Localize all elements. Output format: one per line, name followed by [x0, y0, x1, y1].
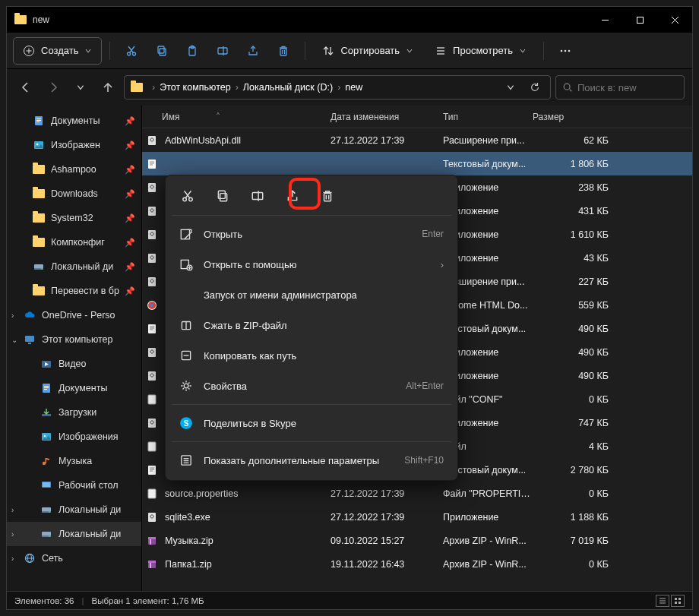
expand-icon[interactable]: › — [11, 530, 14, 539]
file-icon — [145, 369, 159, 383]
ctx-run-admin[interactable]: Запуск от имени администратора — [170, 280, 453, 310]
rename-button[interactable] — [209, 37, 236, 65]
svg-rect-46 — [44, 386, 49, 387]
ctx-open-with[interactable]: Открыть с помощью › — [170, 249, 453, 280]
paste-button[interactable] — [179, 37, 206, 65]
more-button[interactable] — [552, 37, 579, 65]
icons-view-button[interactable] — [671, 595, 685, 607]
ctx-zip[interactable]: Сжать в ZIP-файл — [170, 310, 453, 340]
svg-rect-35 — [36, 122, 40, 122]
sidebar-item[interactable]: Видео — [7, 352, 141, 376]
ctx-share-button[interactable] — [280, 183, 305, 209]
table-row[interactable]: Папка1.zip 19.11.2022 16:43 Архив ZIP - … — [142, 552, 692, 576]
file-date: 27.12.2022 17:39 — [331, 512, 443, 523]
sidebar-item[interactable]: Ashampoo📌 — [7, 157, 141, 182]
ctx-zip-label: Сжать в ZIP-файл — [204, 320, 287, 331]
crumb-drive[interactable]: Локальный диск (D:) — [243, 82, 333, 93]
view-toggle — [656, 595, 685, 607]
sidebar-item[interactable]: Downloads📌 — [7, 182, 141, 206]
sidebar-item[interactable]: System32📌 — [7, 206, 141, 230]
ctx-more-options[interactable]: Показать дополнительные параметры Shift+… — [170, 445, 453, 475]
ctx-delete-button[interactable] — [315, 183, 340, 209]
file-icon — [145, 416, 159, 430]
sidebar-item[interactable]: Изображен📌 — [7, 133, 141, 157]
table-row[interactable]: source.properties 27.12.2022 17:39 Файл … — [142, 482, 692, 505]
refresh-button[interactable] — [524, 77, 546, 98]
sidebar-item[interactable]: ›Сеть — [7, 546, 141, 570]
crumb-root[interactable]: Этот компьютер — [160, 82, 230, 93]
open-icon — [179, 227, 193, 241]
cut-button[interactable] — [118, 37, 145, 65]
ctx-copy-button[interactable] — [210, 183, 236, 209]
sidebar-item[interactable]: Документы — [7, 376, 141, 400]
maximize-button[interactable] — [622, 7, 657, 33]
back-button[interactable] — [14, 76, 37, 99]
file-icon — [145, 157, 159, 171]
context-menu: Открыть Enter Открыть с помощью › Запуск… — [165, 175, 458, 481]
close-button[interactable] — [657, 7, 692, 33]
ctx-props-shortcut: Alt+Enter — [406, 381, 444, 391]
sidebar-item[interactable]: Изображения — [7, 425, 141, 449]
svg-rect-113 — [678, 598, 681, 600]
sidebar-item[interactable]: ›Локальный ди — [7, 498, 141, 522]
sidebar-item[interactable]: Музыка — [7, 449, 141, 473]
sidebar-item[interactable]: Перевести в бр📌 — [7, 279, 141, 303]
delete-button[interactable] — [270, 37, 297, 65]
ctx-skype[interactable]: S Поделиться в Skype — [170, 408, 453, 438]
history-dropdown-button[interactable] — [69, 76, 92, 99]
share-button[interactable] — [239, 37, 267, 65]
sidebar-item-label: Локальный ди — [59, 504, 121, 515]
sidebar-item[interactable]: Локальный ди📌 — [7, 254, 141, 279]
expand-icon[interactable]: › — [11, 554, 14, 563]
sidebar-item-label: Документы — [59, 383, 107, 393]
ctx-properties[interactable]: Свойства Alt+Enter — [170, 371, 453, 401]
view-button[interactable]: Просмотреть — [425, 37, 536, 65]
table-row[interactable]: AdbWinUsbApi.dll 27.12.2022 17:39 Расшир… — [142, 128, 692, 152]
svg-rect-120 — [220, 194, 227, 201]
col-name[interactable]: Имя˄ — [142, 112, 331, 122]
sort-button[interactable]: Сортировать — [313, 37, 422, 65]
table-row[interactable]: Текстовый докум... 1 806 КБ — [142, 152, 692, 175]
col-size[interactable]: Размер — [533, 112, 692, 122]
expand-icon[interactable]: ⌄ — [11, 336, 17, 344]
address-dropdown-button[interactable] — [500, 77, 521, 98]
ctx-more-shortcut: Shift+F10 — [404, 455, 444, 466]
sidebar-item[interactable]: ›OneDrive - Perso — [7, 303, 141, 327]
zip-icon — [179, 318, 193, 332]
pin-icon: 📌 — [125, 189, 135, 199]
breadcrumb[interactable]: › Этот компьютер › Локальный диск (D:) ›… — [124, 75, 551, 100]
file-type: Архив ZIP - WinR... — [443, 559, 533, 570]
details-view-button[interactable] — [656, 595, 669, 607]
col-date[interactable]: Дата изменения — [331, 112, 443, 122]
sidebar-item[interactable]: ⌄Этот компьютер — [7, 327, 141, 352]
search-input[interactable]: Поиск в: new — [555, 75, 685, 100]
copy-button[interactable] — [148, 37, 176, 65]
create-button[interactable]: Создать — [13, 37, 102, 65]
pin-icon: 📌 — [125, 238, 135, 248]
sidebar-item-label: Ashampoo — [51, 164, 96, 175]
crumb-folder[interactable]: new — [345, 82, 362, 93]
svg-rect-77 — [148, 254, 156, 263]
table-row[interactable]: sqlite3.exe 27.12.2022 17:39 Приложение … — [142, 505, 692, 529]
expand-icon[interactable]: › — [11, 506, 14, 514]
pin-icon: 📌 — [125, 262, 135, 272]
ctx-rename-button[interactable] — [245, 183, 270, 209]
ctx-cut-button[interactable] — [175, 183, 201, 209]
table-row[interactable]: Музыка.zip 09.10.2022 15:27 Архив ZIP - … — [142, 529, 692, 552]
sidebar-item[interactable]: Документы📌 — [7, 109, 141, 133]
sidebar-item-label: Видео — [59, 359, 87, 369]
ctx-open[interactable]: Открыть Enter — [170, 219, 453, 249]
minimize-button[interactable] — [587, 7, 622, 33]
sidebar-item[interactable]: ›Локальный ди — [7, 522, 141, 546]
sidebar-item-label: Этот компьютер — [42, 334, 112, 345]
ctx-copy-path[interactable]: Копировать как путь — [170, 340, 453, 371]
toolbar: Создать Сортировать Просмотреть — [7, 33, 692, 69]
file-size: 1 806 КБ — [533, 159, 692, 169]
expand-icon[interactable]: › — [11, 311, 14, 320]
col-type[interactable]: Тип — [443, 112, 533, 122]
forward-button[interactable] — [42, 76, 65, 99]
sidebar-item[interactable]: Компконфиг📌 — [7, 230, 141, 254]
sidebar-item[interactable]: Загрузки — [7, 400, 141, 425]
up-button[interactable] — [96, 76, 119, 99]
sidebar-item[interactable]: Рабочий стол — [7, 473, 141, 498]
